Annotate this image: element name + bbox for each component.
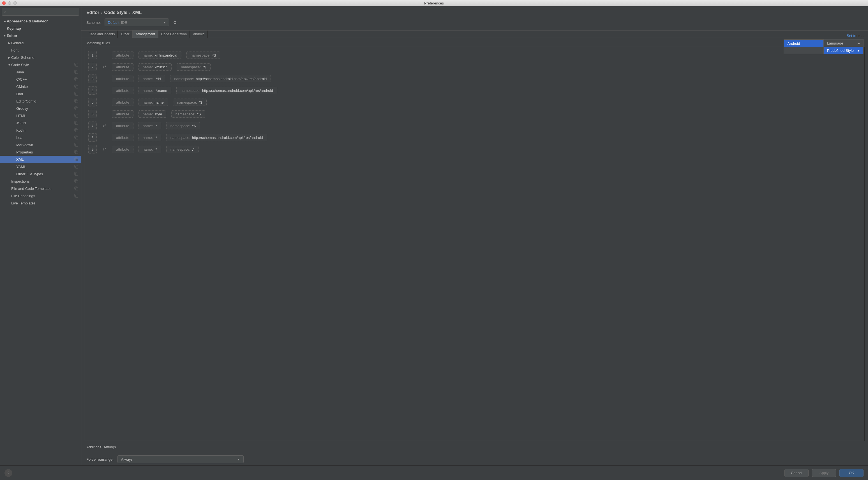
project-badge-icon (74, 106, 78, 110)
sidebar-item-html[interactable]: HTML (0, 112, 81, 119)
sidebar-item-lua[interactable]: Lua (0, 134, 81, 141)
rule-row[interactable]: 2↓ᴬattributename:xmlns:.*namespace:^$ (85, 61, 864, 73)
project-badge-icon (74, 121, 78, 125)
project-badge-icon (74, 165, 78, 169)
tree-arrow-icon: ▶ (7, 56, 11, 59)
sidebar-item-kotlin[interactable]: Kotlin (0, 127, 81, 134)
rule-number: 6 (88, 110, 97, 118)
svg-rect-3 (75, 71, 78, 74)
sidebar-item-java[interactable]: Java (0, 68, 81, 76)
rule-number: 9 (88, 145, 97, 153)
tab-code-generation[interactable]: Code Generation (158, 31, 190, 38)
ok-button[interactable]: OK (839, 469, 864, 477)
breadcrumb: Editor›Code Style›XML (81, 6, 868, 18)
sidebar-item-general[interactable]: ▶General (0, 39, 81, 46)
sidebar-item-live-templates[interactable]: Live Templates (0, 199, 81, 207)
rule-type-chip: attribute (112, 99, 133, 106)
sidebar-item-markdown[interactable]: Markdown (0, 141, 81, 148)
rule-type-chip: attribute (112, 110, 133, 117)
svg-rect-5 (75, 78, 78, 81)
chevron-right-icon: ▶ (858, 49, 860, 52)
sidebar-item-groovy[interactable]: Groovy (0, 105, 81, 112)
rule-namespace-chip: namespace:^$ (166, 122, 200, 129)
svg-rect-23 (75, 144, 78, 146)
force-rearrange-select[interactable]: Always ▼ (118, 455, 244, 463)
project-badge-icon (74, 194, 78, 198)
set-from-link[interactable]: Set from... (847, 34, 864, 38)
menu-item-predefined-style[interactable]: Predefined Style▶ (824, 47, 863, 54)
tab-tabs-and-indents[interactable]: Tabs and Indents (86, 31, 118, 38)
tree-arrow-icon: ▶ (3, 20, 7, 23)
close-icon[interactable] (2, 1, 6, 5)
dialog-footer: ? Cancel Apply OK (0, 466, 868, 480)
sidebar-item-editor[interactable]: ▼Editor (0, 32, 81, 39)
rule-name-chip: name:.*:id (138, 75, 165, 82)
main-panel: Editor›Code Style›XML Scheme: Default ID… (81, 6, 868, 466)
rule-row[interactable]: 9↓ᴬattributename:.*namespace:.* (85, 143, 864, 155)
sidebar-item-c-c-[interactable]: C/C++ (0, 76, 81, 83)
sidebar-item-file-encodings[interactable]: File Encodings (0, 192, 81, 199)
rule-row[interactable]: 7↓ᴬattributename:.*namespace:^$ (85, 120, 864, 132)
chevron-down-icon: ▼ (163, 21, 166, 24)
tab-other[interactable]: Other (118, 31, 132, 38)
sidebar-item-appearance-behavior[interactable]: ▶Appearance & Behavior (0, 18, 81, 25)
tree-arrow-icon: ▶ (7, 41, 11, 44)
rule-type-chip: attribute (112, 134, 133, 141)
help-button[interactable]: ? (4, 469, 12, 477)
svg-rect-35 (75, 187, 78, 190)
rule-row[interactable]: 3attributename:.*:idnamespace:http://sch… (85, 73, 864, 84)
project-badge-icon (74, 186, 78, 191)
project-badge-icon (74, 84, 78, 89)
rule-row[interactable]: 5attributename:namenamespace:^$ (85, 96, 864, 108)
tab-android[interactable]: Android (190, 31, 208, 38)
project-badge-icon (74, 63, 78, 67)
sidebar-item-properties[interactable]: Properties (0, 148, 81, 156)
gear-icon[interactable]: ⚙ (173, 20, 177, 25)
rule-row[interactable]: 4attributename:.*:namenamespace:http://s… (85, 84, 864, 96)
menu-item-android[interactable]: Android (784, 40, 824, 47)
sort-icon: ↓ᴬ (102, 65, 107, 69)
sort-icon: ↓ᴬ (102, 124, 107, 128)
sidebar-item-font[interactable]: Font (0, 46, 81, 54)
svg-rect-9 (75, 93, 78, 96)
sidebar-item-color-scheme[interactable]: ▶Color Scheme (0, 54, 81, 61)
sidebar-item-other-file-types[interactable]: Other File Types (0, 170, 81, 177)
tab-arrangement[interactable]: Arrangement (132, 31, 158, 38)
rules-list[interactable]: 1attributename:xmlns:androidnamespace:^$… (85, 47, 865, 441)
svg-rect-33 (75, 180, 78, 183)
rule-name-chip: name:style (138, 110, 166, 117)
svg-rect-29 (75, 166, 78, 168)
rule-name-chip: name:xmlns:android (138, 52, 181, 59)
sidebar-item-yaml[interactable]: YAML (0, 163, 81, 170)
sidebar-item-keymap[interactable]: Keymap (0, 25, 81, 32)
cancel-button[interactable]: Cancel (784, 469, 809, 477)
settings-tree[interactable]: ▶Appearance & BehaviorKeymap▼Editor▶Gene… (0, 18, 81, 466)
rule-row[interactable]: 8attributename:.*namespace:http://schema… (85, 132, 864, 143)
chevron-right-icon: ▶ (858, 42, 860, 45)
sidebar-item-cmake[interactable]: CMake (0, 83, 81, 90)
sidebar: ▶Appearance & BehaviorKeymap▼Editor▶Gene… (0, 6, 81, 466)
apply-button: Apply (812, 469, 836, 477)
set-from-menu[interactable]: Android Language▶ Predefined Style▶ (784, 39, 864, 54)
rule-row[interactable]: 1attributename:xmlns:androidnamespace:^$ (85, 49, 864, 61)
search-input[interactable] (2, 8, 79, 16)
project-badge-icon (74, 158, 78, 161)
additional-settings-label: Additional settings (81, 441, 868, 453)
sidebar-item-editorconfig[interactable]: EditorConfig (0, 98, 81, 105)
window-title: Preferences (424, 1, 444, 5)
rule-number: 2 (88, 63, 97, 71)
project-badge-icon (74, 70, 78, 74)
rule-row[interactable]: 6attributename:stylenamespace:^$ (85, 108, 864, 120)
sidebar-item-file-and-code-templates[interactable]: File and Code Templates (0, 185, 81, 192)
menu-item-language[interactable]: Language▶ (824, 39, 863, 47)
scheme-label: Scheme: (86, 21, 101, 25)
sidebar-item-code-style[interactable]: ▼Code Style (0, 61, 81, 68)
sidebar-item-dart[interactable]: Dart (0, 90, 81, 98)
scheme-select[interactable]: Default IDE ▼ (104, 19, 169, 26)
sidebar-item-inspections[interactable]: Inspections (0, 177, 81, 185)
svg-rect-21 (75, 137, 78, 139)
sidebar-item-xml[interactable]: XML (0, 156, 81, 163)
sidebar-item-json[interactable]: JSON (0, 119, 81, 127)
rule-namespace-chip: namespace:.* (166, 146, 199, 153)
project-badge-icon (74, 92, 78, 96)
